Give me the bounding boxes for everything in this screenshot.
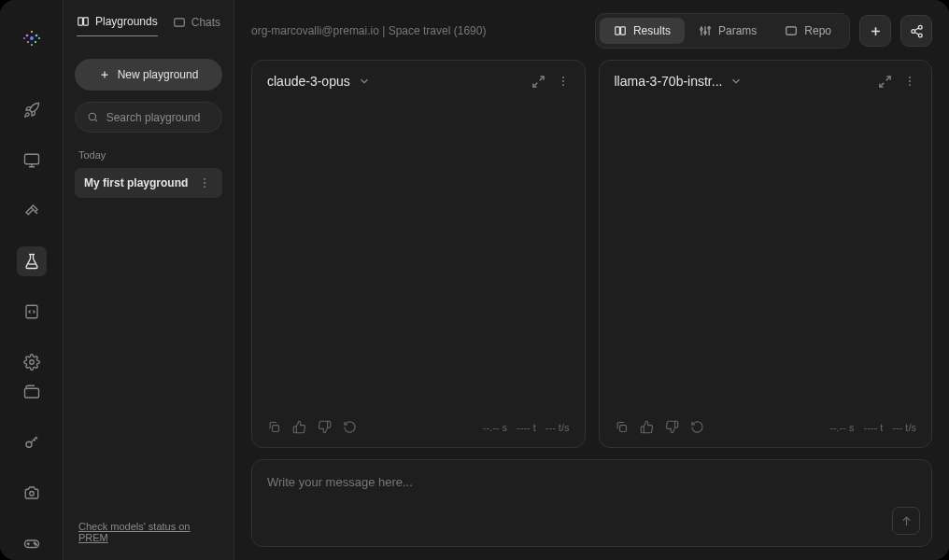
model-panel-0: claude-3-opus: [251, 60, 586, 448]
svg-rect-30: [621, 27, 626, 35]
svg-rect-56: [619, 426, 626, 432]
chevron-down-icon: [729, 75, 743, 88]
svg-rect-12: [26, 305, 37, 318]
svg-rect-19: [78, 18, 83, 25]
retry-icon[interactable]: [690, 420, 704, 434]
chevron-down-icon: [358, 75, 371, 88]
seg-repo[interactable]: Repo: [771, 18, 845, 44]
send-button[interactable]: [892, 507, 920, 535]
breadcrumb: org-marcovalli@premai.io | Space travel …: [251, 24, 486, 37]
svg-point-55: [909, 84, 911, 86]
svg-line-52: [880, 82, 884, 86]
svg-point-27: [204, 182, 205, 184]
svg-rect-20: [84, 18, 89, 25]
svg-point-3: [26, 41, 28, 43]
sidebar-footer-link[interactable]: Check models' status on PREM: [75, 521, 222, 549]
playground-list-item[interactable]: My first playground: [75, 168, 222, 198]
stat-seconds-1: --.-- s: [829, 422, 854, 433]
model-name-0: claude-3-opus: [267, 74, 350, 89]
rocket-icon[interactable]: [17, 95, 47, 125]
svg-point-26: [204, 178, 205, 180]
copy-icon[interactable]: [615, 420, 629, 434]
svg-point-1: [25, 35, 28, 37]
share-button[interactable]: [900, 15, 932, 47]
search-wrapper[interactable]: [75, 102, 222, 133]
seg-results[interactable]: Results: [600, 18, 685, 44]
hammer-icon[interactable]: [17, 196, 47, 226]
camera-badge-icon[interactable]: [17, 478, 47, 508]
settings-icon[interactable]: [17, 347, 47, 377]
key-icon[interactable]: [17, 427, 47, 457]
panel-menu-icon[interactable]: [903, 75, 916, 88]
playground-item-label: My first playground: [84, 176, 188, 189]
playground-item-menu-icon[interactable]: [196, 176, 213, 189]
svg-point-48: [562, 80, 564, 82]
monitor-icon[interactable]: [17, 146, 47, 175]
model-selector-1[interactable]: llama-3-70b-instr...: [615, 74, 744, 89]
main-area: org-marcovalli@premai.io | Space travel …: [234, 0, 949, 560]
sidebar-tab-playgrounds[interactable]: Playgrounds: [77, 15, 158, 36]
svg-point-6: [31, 44, 33, 46]
stat-tps-0: --- t/s: [545, 422, 570, 433]
svg-line-45: [539, 76, 543, 79]
model-panel-1: llama-3-70b-instr...: [599, 60, 933, 448]
thumbs-up-icon[interactable]: [640, 420, 654, 434]
sidebar-tab-chats-label: Chats: [191, 16, 220, 29]
svg-point-49: [562, 84, 564, 86]
panel-body-0: [252, 102, 585, 411]
retry-icon[interactable]: [343, 420, 357, 434]
svg-rect-29: [616, 27, 620, 35]
svg-point-42: [918, 34, 922, 37]
flask-icon[interactable]: [17, 246, 47, 276]
sidebar-tab-playgrounds-label: Playgrounds: [95, 15, 158, 28]
message-composer: [251, 459, 932, 547]
stat-tokens-1: ---- t: [864, 422, 884, 433]
wallet-icon[interactable]: [17, 377, 47, 407]
svg-point-24: [89, 113, 95, 119]
seg-repo-label: Repo: [804, 24, 831, 37]
sidebar-tab-chats[interactable]: Chats: [173, 15, 220, 36]
new-playground-button[interactable]: New playground: [75, 59, 222, 91]
expand-icon[interactable]: [531, 75, 545, 89]
svg-point-53: [909, 77, 911, 78]
svg-point-5: [31, 31, 33, 33]
svg-point-34: [701, 28, 702, 30]
model-name-1: llama-3-70b-instr...: [615, 74, 723, 89]
svg-point-4: [34, 41, 35, 43]
expand-icon[interactable]: [878, 75, 892, 89]
sidebar: Playgrounds Chats New playground Today M…: [64, 0, 234, 560]
panel-body-1: [600, 102, 932, 411]
thumbs-up-icon[interactable]: [292, 420, 306, 434]
add-button[interactable]: [859, 15, 891, 47]
code-file-icon[interactable]: [17, 297, 47, 327]
svg-point-36: [708, 27, 710, 29]
svg-point-14: [26, 441, 32, 447]
thumbs-down-icon[interactable]: [318, 420, 332, 434]
svg-point-40: [918, 25, 922, 29]
svg-point-2: [35, 35, 37, 37]
copy-icon[interactable]: [267, 420, 281, 434]
svg-line-51: [886, 76, 890, 79]
panel-menu-icon[interactable]: [557, 75, 570, 88]
svg-line-25: [95, 119, 97, 121]
svg-line-44: [914, 28, 918, 30]
model-selector-0[interactable]: claude-3-opus: [267, 74, 371, 89]
seg-params[interactable]: Params: [685, 18, 771, 44]
thumbs-down-icon[interactable]: [665, 420, 679, 434]
icon-rail: MA: [0, 0, 64, 560]
svg-point-35: [704, 32, 706, 34]
svg-line-43: [914, 32, 918, 34]
svg-point-18: [35, 544, 36, 546]
new-playground-label: New playground: [118, 68, 199, 81]
stat-tps-1: --- t/s: [892, 422, 916, 433]
svg-rect-9: [24, 154, 38, 164]
stat-tokens-0: ---- t: [517, 422, 536, 433]
search-icon: [87, 110, 99, 124]
message-input[interactable]: [267, 475, 884, 503]
gamepad-icon[interactable]: [17, 528, 47, 558]
svg-point-54: [909, 80, 911, 82]
svg-rect-50: [273, 426, 279, 432]
app-logo: [20, 26, 44, 50]
search-input[interactable]: [106, 111, 210, 124]
svg-point-7: [23, 37, 25, 39]
